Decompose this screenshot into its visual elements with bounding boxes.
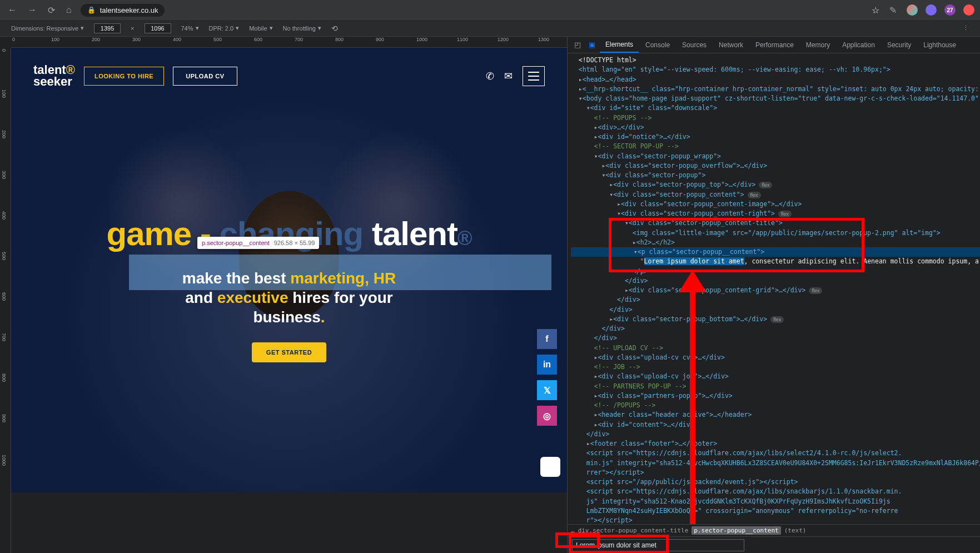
elements-breadcrumb[interactable]: … div.sector-popup_content-title p.secto… (568, 524, 980, 536)
mail-icon[interactable]: ✉ (504, 70, 513, 82)
bookmark-icon[interactable]: ☆ (872, 5, 879, 16)
tab-lighthouse[interactable]: Lighthouse (918, 38, 962, 52)
upload-cv-button[interactable]: UPLOAD CV (173, 67, 237, 86)
lock-icon: 🔒 (87, 6, 96, 14)
site-nav: talent®seeker LOOKING TO HIRE UPLOAD CV … (33, 64, 545, 88)
rotate-icon[interactable]: ⟲ (331, 24, 338, 33)
browser-toolbar: ← → ⟳ ⌂ 🔒 talentseeker.co.uk ☆ ✎ 27 (0, 0, 980, 20)
tab-network[interactable]: Network (713, 38, 749, 52)
devtools-panel: ◰ ▣ Elements Console Sources Network Per… (567, 37, 980, 553)
device-type-dropdown[interactable]: Mobile ▾ (249, 24, 272, 32)
get-started-button[interactable]: GET STARTED (252, 342, 326, 362)
extension-icon-2[interactable] (926, 4, 937, 16)
inspect-tooltip: p.sector-popup__content 926.58 × 55.99 (197, 237, 319, 249)
tab-sources[interactable]: Sources (676, 38, 712, 52)
tab-performance[interactable]: Performance (750, 38, 799, 52)
reload-button[interactable]: ⟳ (46, 3, 57, 18)
preview-pane: 0100200300400500600700800900100011001200… (0, 37, 567, 553)
zoom-dropdown[interactable]: 74% ▾ (181, 24, 199, 32)
tab-elements[interactable]: Elements (600, 37, 639, 53)
dpr-dropdown[interactable]: DPR: 2.0 ▾ (209, 24, 240, 32)
phone-icon[interactable]: ✆ (486, 70, 494, 82)
height-input[interactable] (145, 23, 171, 33)
forward-button[interactable]: → (26, 3, 39, 17)
profile-avatar[interactable]: 27 (944, 4, 956, 16)
chat-widget[interactable] (540, 457, 560, 477)
looking-to-hire-button[interactable]: LOOKING TO HIRE (84, 67, 164, 86)
devtools-tabs: ◰ ▣ Elements Console Sources Network Per… (568, 37, 980, 53)
home-button[interactable]: ⌂ (64, 3, 74, 17)
width-input[interactable] (94, 23, 121, 33)
twitter-icon[interactable]: 𝕏 (537, 380, 557, 400)
instagram-icon[interactable]: ◎ (537, 406, 557, 426)
menu-button[interactable] (523, 66, 545, 86)
extension-icon-1[interactable] (907, 4, 918, 16)
elements-search-bar: 1 of 12 ˄ ˅ Cancel (568, 536, 980, 553)
dimensions-dropdown[interactable]: Dimensions: Responsive ▾ (11, 24, 84, 32)
device-toolbar: Dimensions: Responsive ▾ × 74% ▾ DPR: 2.… (0, 20, 980, 37)
tab-security[interactable]: Security (882, 38, 917, 52)
device-more-icon[interactable]: ⋮ (963, 24, 969, 32)
tab-console[interactable]: Console (640, 38, 675, 52)
device-frame[interactable]: talent®seeker LOOKING TO HIRE UPLOAD CV … (11, 48, 567, 492)
ruler-horizontal: 0100200300400500600700800900100011001200… (11, 37, 567, 48)
extension-icon-3[interactable] (963, 4, 974, 16)
url-text: talentseeker.co.uk (100, 6, 158, 14)
logo[interactable]: talent®seeker (33, 64, 75, 88)
address-bar[interactable]: 🔒 talentseeker.co.uk (81, 4, 165, 17)
search-input[interactable] (572, 539, 744, 551)
tab-application[interactable]: Application (837, 38, 880, 52)
dimension-separator: × (131, 25, 134, 32)
elements-tree[interactable]: <!DOCTYPE html> <html lang="en" style="-… (568, 53, 980, 524)
tab-memory[interactable]: Memory (800, 38, 835, 52)
facebook-icon[interactable]: f (537, 329, 557, 349)
inspect-element-icon[interactable]: ◰ (571, 38, 584, 51)
eyedropper-icon[interactable]: ✎ (887, 3, 899, 18)
back-button[interactable]: ← (6, 3, 19, 17)
throttle-dropdown[interactable]: No throttling ▾ (283, 24, 321, 32)
ruler-vertical: 01002003004005006007008009001000 (0, 48, 11, 553)
linkedin-icon[interactable]: in (537, 355, 557, 375)
device-toggle-icon[interactable]: ▣ (585, 38, 599, 51)
social-links: f in 𝕏 ◎ (537, 329, 557, 426)
